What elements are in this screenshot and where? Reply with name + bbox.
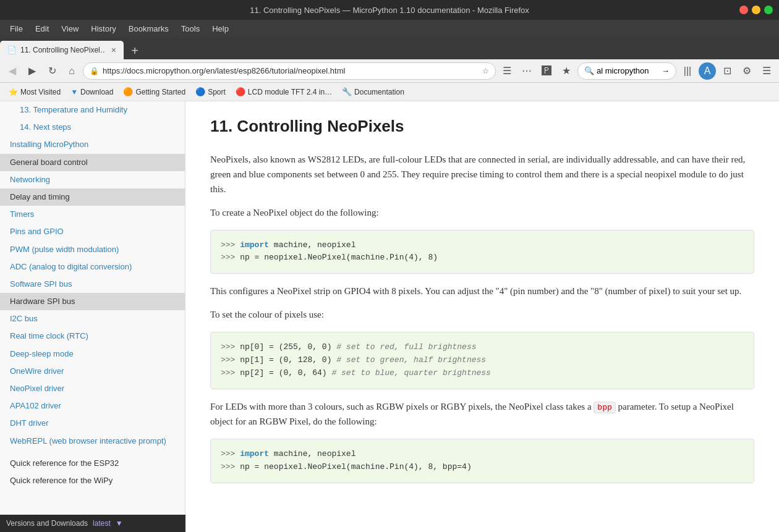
sync-btn[interactable]: ⊡ [718, 62, 736, 80]
code-line-7: >>> np = neopixel.NeoPixel(machine.Pin(4… [221, 461, 744, 474]
download-label: Download [80, 88, 113, 96]
getting-started-icon: 🟠 [123, 87, 133, 96]
download-icon: ▼ [70, 88, 78, 96]
keyword-1: import [240, 240, 269, 250]
code-line-2: >>> np = neopixel.NeoPixel(machine.Pin(4… [221, 251, 744, 264]
sidebar-item-esp32[interactable]: Quick reference for the ESP32 [0, 455, 185, 472]
account-btn[interactable]: A [699, 62, 716, 80]
reader-view-btn[interactable]: ☰ [498, 62, 516, 80]
menu-edit[interactable]: Edit [30, 23, 54, 35]
sidebar-item-software-spi[interactable]: Software SPI bus [0, 276, 185, 293]
menu-help[interactable]: Help [207, 23, 234, 35]
doc-para3: To set the colour of pixels use: [210, 307, 754, 322]
prompt-7: >>> [221, 462, 240, 471]
maximize-btn[interactable] [764, 6, 773, 14]
docs-label: Documentation [354, 88, 404, 96]
bpp-code: bpp [594, 402, 615, 413]
code-line-3: >>> np[0] = (255, 0, 0) # set to red, fu… [221, 341, 744, 354]
lcd-label: LCD module TFT 2.4 in… [248, 88, 332, 96]
bookmark-docs[interactable]: 🔧 Documentation [338, 86, 408, 98]
sidebar-item-apa102[interactable]: APA102 driver [0, 397, 185, 415]
address-bar[interactable]: 🔒 https://docs.micropython.org/en/latest… [83, 62, 496, 80]
menubar: File Edit View History Bookmarks Tools H… [0, 20, 779, 37]
more-options-btn[interactable]: ⋯ [518, 62, 535, 80]
dropdown-arrow-icon[interactable]: ▼ [116, 519, 123, 528]
close-btn[interactable] [739, 6, 748, 14]
star-btn[interactable]: ★ [558, 62, 575, 80]
minimize-btn[interactable] [752, 6, 760, 14]
forward-button[interactable]: ▶ [23, 62, 41, 80]
search-bar[interactable]: 🔍 al micropython → [577, 62, 676, 80]
menu-tools[interactable]: Tools [176, 23, 205, 35]
menu-view[interactable]: View [56, 23, 83, 35]
docs-icon: 🔧 [342, 87, 352, 96]
sidebar-item-rtc[interactable]: Real time clock (RTC) [0, 327, 185, 345]
latest-badge[interactable]: latest [93, 519, 111, 528]
most-visited-label: Most Visited [20, 88, 61, 96]
active-tab[interactable]: 📄 11. Controlling NeoPixel… × [0, 41, 124, 59]
sport-icon: 🔵 [195, 87, 205, 96]
sidebar-item-adc[interactable]: ADC (analog to digital conversion) [0, 258, 185, 276]
sidebar-toggle-btn[interactable]: ||| [679, 62, 696, 80]
prompt-2: >>> [221, 253, 240, 262]
tabbar: 📄 11. Controlling NeoPixel… × + [0, 37, 779, 59]
versions-downloads-label[interactable]: Versions and Downloads [6, 519, 88, 528]
comment-3: # set to red, full brightness [331, 342, 476, 352]
bookmarks-bar: ⭐ Most Visited ▼ Download 🟠 Getting Star… [0, 83, 779, 101]
pocket-btn[interactable]: 🅿 [538, 62, 555, 80]
prompt-1: >>> [221, 240, 240, 250]
search-icon: 🔍 [584, 66, 594, 75]
window-controls[interactable] [739, 6, 773, 14]
sport-label: Sport [208, 88, 226, 96]
reload-button[interactable]: ↻ [43, 62, 61, 80]
menu-file[interactable]: File [5, 23, 28, 35]
sidebar-item-webrepl[interactable]: WebREPL (web browser interactive prompt) [0, 433, 185, 450]
sidebar-item-hardware-spi[interactable]: Hardware SPI bus [0, 293, 185, 310]
code-block-3: >>> import machine, neopixel >>> np = ne… [210, 439, 754, 483]
titlebar-title: 11. Controlling NeoPixels — MicroPython … [250, 6, 529, 15]
lcd-icon: 🔴 [236, 87, 245, 96]
menu-bookmarks[interactable]: Bookmarks [124, 23, 174, 35]
code-line-4: >>> np[1] = (0, 128, 0) # set to green, … [221, 354, 744, 367]
code-line-1: >>> import machine, neopixel [221, 239, 744, 252]
code-rest-5: np[2] = (0, 0, 64) [240, 368, 326, 378]
sidebar-item-general[interactable]: General board control [0, 154, 185, 171]
bookmark-download[interactable]: ▼ Download [67, 87, 117, 98]
extensions-btn[interactable]: ⚙ [738, 62, 756, 80]
url-text: https://docs.micropython.org/en/latest/e… [103, 66, 479, 75]
sidebar-item-deep-sleep[interactable]: Deep-sleep mode [0, 345, 185, 363]
bookmark-star-icon[interactable]: ☆ [482, 67, 489, 75]
sidebar-item-networking[interactable]: Networking [0, 171, 185, 188]
sidebar-item-dht[interactable]: DHT driver [0, 415, 185, 432]
sidebar-item-temp-humidity[interactable]: 13. Temperature and Humidity [0, 101, 185, 119]
doc-para1: To create a NeoPixel object do the follo… [210, 205, 754, 220]
sidebar-item-delay[interactable]: Delay and timing [0, 188, 185, 206]
sidebar-item-pins[interactable]: Pins and GPIO [0, 223, 185, 240]
prompt-5: >>> [221, 368, 240, 378]
new-tab-btn[interactable]: + [126, 42, 143, 59]
bookmark-lcd[interactable]: 🔴 LCD module TFT 2.4 in… [232, 86, 336, 98]
code-line-5: >>> np[2] = (0, 0, 64) # set to blue, qu… [221, 367, 744, 380]
menu-history[interactable]: History [86, 23, 121, 35]
sidebar-item-next-steps[interactable]: 14. Next steps [0, 119, 185, 136]
sidebar-item-installing[interactable]: Installing MicroPython [0, 136, 185, 153]
sidebar-item-pwm[interactable]: PWM (pulse width modulation) [0, 241, 185, 258]
code-rest-2: np = neopixel.NeoPixel(machine.Pin(4), 8… [240, 253, 438, 262]
tab-favicon: 📄 [7, 46, 17, 54]
bookmark-getting-started[interactable]: 🟠 Getting Started [119, 86, 189, 98]
bookmark-sport[interactable]: 🔵 Sport [192, 86, 229, 98]
bookmark-most-visited[interactable]: ⭐ Most Visited [5, 87, 64, 98]
hamburger-menu-btn[interactable]: ☰ [758, 62, 775, 80]
tab-close-btn[interactable]: × [111, 45, 116, 55]
back-button[interactable]: ◀ [4, 62, 21, 80]
home-button[interactable]: ⌂ [63, 62, 80, 80]
doc-para4: For LEDs with more than 3 colours, such … [210, 399, 754, 429]
sidebar-item-onewire[interactable]: OneWire driver [0, 363, 185, 380]
keyword-6: import [240, 449, 269, 458]
sidebar-item-timers[interactable]: Timers [0, 206, 185, 223]
most-visited-icon: ⭐ [9, 88, 18, 96]
sidebar-item-wipy[interactable]: Quick reference for the WiPy [0, 472, 185, 489]
sidebar-item-neopixel[interactable]: NeoPixel driver [0, 380, 185, 397]
sidebar-item-i2c[interactable]: I2C bus [0, 310, 185, 327]
doc-para4-a: For LEDs with more than 3 colours, such … [210, 402, 594, 412]
